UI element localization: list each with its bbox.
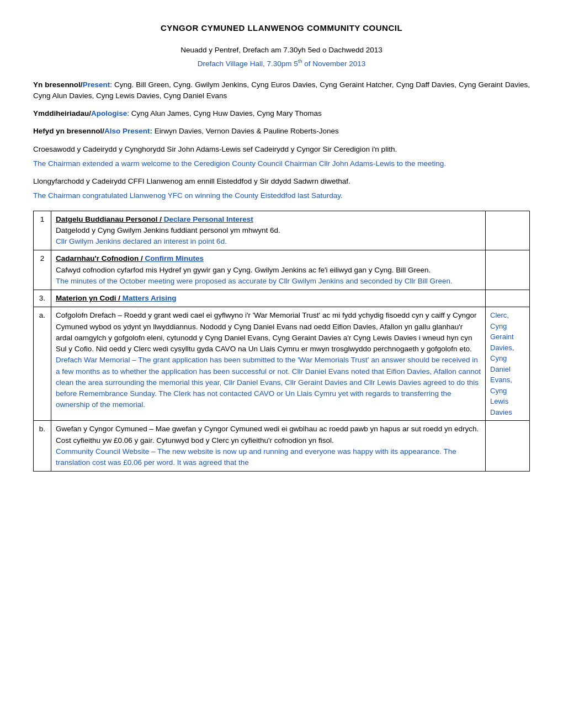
action-line: Cyng [490,322,507,330]
row-content-welsh: Cofgolofn Drefach – Roedd y grant wedi c… [56,310,481,355]
row-heading-english: Matters Arising [120,294,177,302]
table-row-num: 1 [34,211,51,250]
table-row-content: Cadarnhau'r Cofnodion / Confirm MinutesC… [51,250,486,290]
action-line: Davies [490,408,512,416]
row-heading-english: Confirm Minutes [143,254,204,263]
welcome-english: The Chairman extended a warm welcome to … [33,158,530,169]
table-row-num: 3. [34,290,51,307]
action-line: Clerc, [490,311,509,319]
row-content-welsh: Cafwyd cofnodion cyfarfod mis Hydref yn … [56,265,481,276]
row-heading-english: Declare Personal Interest [162,215,253,223]
action-line: Daniel [490,365,511,373]
welcome-block: Croesawodd y Cadeirydd y Cynghorydd Sir … [33,144,530,170]
row-heading-welsh: Cadarnhau'r Cofnodion / [56,254,143,263]
row-content-welsh: Gwefan y Cyngor Cymuned – Mae gwefan y C… [56,424,481,446]
table-row-action [486,421,530,472]
action-line: Cyng [490,354,507,362]
table-row-content: Cofgolofn Drefach – Roedd y grant wedi c… [51,307,486,421]
also-present-label-welsh: Hefyd yn bresennol/ [33,127,104,135]
action-line: Cyng [490,387,507,395]
action-line: Lewis [490,397,508,405]
row-heading-welsh: Datgelu Buddianau Personol / [56,215,162,223]
action-line: Geraint [490,333,514,341]
subtitle-english: Drefach Village Hall, 7.30pm 5th of Nove… [33,58,530,69]
also-present-text: Eirwyn Davies, Vernon Davies & Pauline R… [152,127,339,135]
congratulations-english: The Chairman congratulated Llanwenog YFC… [33,190,530,201]
congratulations-block: Llongyfarchodd y Cadeirydd CFFI Llanweno… [33,176,530,202]
subtitle-welsh: Neuadd y Pentref, Drefach am 7.30yh 5ed … [33,45,530,56]
table-row-action [486,290,530,307]
also-present-block: Hefyd yn bresennol/Also Present: Eirwyn … [33,126,530,137]
row-content-english: Community Council Website – The new webs… [56,446,481,469]
action-line: Evans, [490,376,512,384]
table-row-action [486,211,530,250]
apologies-block: Ymddiheiriadau/Apologise: Cyng Alun Jame… [33,108,530,119]
also-present-label-english: Also Present: [104,127,152,135]
table-row-num: 2 [34,250,51,290]
table-row-content: Materion yn Codi / Matters Arising [51,290,486,307]
table-row-content: Datgelu Buddianau Personol / Declare Per… [51,211,486,250]
attendance-block: Yn bresennol/Present: Cyng. Bill Green, … [33,79,530,102]
welcome-welsh: Croesawodd y Cadeirydd y Cynghorydd Sir … [33,144,530,155]
table-row-content: Gwefan y Cyngor Cymuned – Mae gwefan y C… [51,421,486,472]
row-content-english: The minutes of the October meeting were … [56,276,481,287]
table-row-action [486,250,530,290]
row-content-english: Cllr Gwilym Jenkins declared an interest… [56,236,481,247]
apologies-label-welsh: Ymddiheiriadau/ [33,109,91,117]
row-content-english: Drefach War Memorial – The grant applica… [56,355,481,410]
minutes-table: 1Datgelu Buddianau Personol / Declare Pe… [33,211,530,472]
row-content-welsh: Datgelodd y Cyng Gwilym Jenkins fuddiant… [56,225,481,236]
attendance-label-welsh: Yn bresennol/ [33,81,83,89]
table-row-num: a. [34,307,51,421]
table-row-num: b. [34,421,51,472]
table-row-action: Clerc,CyngGeraintDavies,CyngDanielEvans,… [486,307,530,421]
row-heading-welsh: Materion yn Codi / [56,294,120,302]
page-title: CYNGOR CYMUNED LLANWENOG COMMUNITY COUNC… [33,22,530,35]
action-line: Davies, [490,344,514,352]
attendance-label-english: Present [83,81,110,89]
apologies-text: : Cyng Alun James, Cyng Huw Davies, Cyng… [127,109,321,117]
apologies-label-english: Apologise [91,109,127,117]
congratulations-welsh: Llongyfarchodd y Cadeirydd CFFI Llanweno… [33,176,530,187]
